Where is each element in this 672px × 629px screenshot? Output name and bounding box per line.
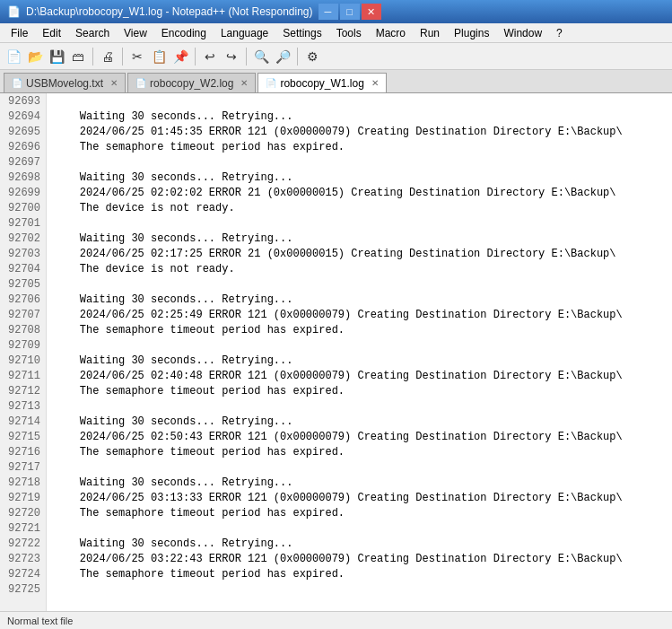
line-numbers: 9269392694926959269692697926989269992700… <box>0 93 47 611</box>
maximize-button[interactable]: □ <box>340 4 360 20</box>
line-content <box>54 277 672 293</box>
title-bar: 📄 D:\Backup\robocopy_W1.log - Notepad++ … <box>0 0 672 23</box>
menu-item-view[interactable]: View <box>117 25 154 41</box>
tab-label-tab1: USBMovelog.txt <box>26 77 103 90</box>
menu-item-language[interactable]: Language <box>214 25 275 41</box>
line-number: 92715 <box>5 430 40 445</box>
menu-item-macro[interactable]: Macro <box>369 25 413 41</box>
undo-button[interactable]: ↩ <box>200 47 220 66</box>
menu-item-file[interactable]: File <box>4 25 35 41</box>
line-number: 92702 <box>5 232 40 247</box>
toolbar-separator-3 <box>195 48 196 66</box>
line-content: Waiting 30 seconds... Retrying... <box>54 354 672 369</box>
tab-icon-tab3: 📄 <box>266 78 276 88</box>
line-number: 92708 <box>5 323 40 338</box>
tab-bar: 📄USBMovelog.txt✕📄robocopy_W2.log✕📄roboco… <box>0 70 672 93</box>
line-number: 92720 <box>5 506 40 521</box>
minimize-button[interactable]: ─ <box>319 4 338 20</box>
tab-close-tab2[interactable]: ✕ <box>240 78 248 88</box>
line-number: 92706 <box>5 293 40 308</box>
cut-button[interactable]: ✂ <box>127 47 147 66</box>
line-number: 92725 <box>5 582 40 598</box>
line-number: 92714 <box>5 415 40 430</box>
menu-item-plugins[interactable]: Plugins <box>447 25 496 41</box>
line-content: 2024/06/25 02:02:02 ERROR 21 (0x00000015… <box>54 186 672 201</box>
toolbar-separator-4 <box>246 48 247 66</box>
line-content: The semaphore timeout period has expired… <box>54 384 672 399</box>
menu-item-encoding[interactable]: Encoding <box>154 25 214 41</box>
line-content: The device is not ready. <box>54 201 672 216</box>
tab-tab3[interactable]: 📄robocopy_W1.log✕ <box>257 73 386 92</box>
toolbar-separator-2 <box>122 48 123 66</box>
line-content <box>54 521 672 537</box>
line-number: 92701 <box>5 216 40 232</box>
line-number: 92699 <box>5 186 40 201</box>
toolbar-separator-5 <box>297 48 298 66</box>
save-button[interactable]: 💾 <box>47 47 66 66</box>
line-content <box>54 399 672 415</box>
menu-item-tools[interactable]: Tools <box>329 25 369 41</box>
content-area[interactable]: Waiting 30 seconds... Retrying... 2024/0… <box>47 93 672 611</box>
line-content: 2024/06/25 01:45:35 ERROR 121 (0x0000007… <box>54 125 672 140</box>
tab-close-tab3[interactable]: ✕ <box>371 78 379 88</box>
line-number: 92693 <box>5 94 40 109</box>
line-content: 2024/06/25 03:22:43 ERROR 121 (0x0000007… <box>54 552 672 567</box>
new-button[interactable]: 📄 <box>4 47 23 66</box>
line-content: The semaphore timeout period has expired… <box>54 140 672 155</box>
line-number: 92721 <box>5 521 40 537</box>
copy-button[interactable]: 📋 <box>149 47 169 66</box>
tab-icon-tab1: 📄 <box>12 78 22 88</box>
line-content: The semaphore timeout period has expired… <box>54 445 672 460</box>
line-number: 92718 <box>5 476 40 491</box>
save-all-button[interactable]: 🗃 <box>68 47 88 66</box>
sync-button[interactable]: ⚙ <box>302 47 322 66</box>
menu-bar: FileEditSearchViewEncodingLanguageSettin… <box>0 23 672 43</box>
line-content: Waiting 30 seconds... Retrying... <box>54 232 672 247</box>
redo-button[interactable]: ↪ <box>222 47 241 66</box>
line-number: 92704 <box>5 262 40 277</box>
line-content <box>54 216 672 232</box>
line-content: Waiting 30 seconds... Retrying... <box>54 170 672 186</box>
open-button[interactable]: 📂 <box>25 47 45 66</box>
line-content <box>54 155 672 170</box>
app-icon: 📄 <box>7 5 21 18</box>
menu-item-?[interactable]: ? <box>549 25 570 41</box>
paste-button[interactable]: 📌 <box>170 47 190 66</box>
line-number: 92716 <box>5 445 40 460</box>
find-button[interactable]: 🔍 <box>251 47 271 66</box>
toolbar: 📄 📂 💾 🗃 🖨 ✂ 📋 📌 ↩ ↪ 🔍 🔎 ⚙ <box>0 43 672 70</box>
line-number: 92698 <box>5 170 40 186</box>
line-content: 2024/06/25 02:17:25 ERROR 21 (0x00000015… <box>54 247 672 262</box>
line-number: 92713 <box>5 399 40 415</box>
print-button[interactable]: 🖨 <box>98 47 118 66</box>
line-number: 92705 <box>5 277 40 293</box>
line-number: 92697 <box>5 155 40 170</box>
tab-close-tab1[interactable]: ✕ <box>110 78 118 88</box>
line-content <box>54 94 672 109</box>
line-number: 92694 <box>5 109 40 125</box>
line-content: 2024/06/25 02:25:49 ERROR 121 (0x0000007… <box>54 308 672 323</box>
tab-tab2[interactable]: 📄robocopy_W2.log✕ <box>127 73 256 92</box>
menu-item-settings[interactable]: Settings <box>275 25 328 41</box>
menu-item-window[interactable]: Window <box>496 25 549 41</box>
tab-tab1[interactable]: 📄USBMovelog.txt✕ <box>4 73 126 92</box>
line-number: 92724 <box>5 567 40 582</box>
line-number: 92719 <box>5 491 40 506</box>
line-number: 92712 <box>5 384 40 399</box>
close-button[interactable]: ✕ <box>362 4 381 20</box>
menu-item-search[interactable]: Search <box>68 25 117 41</box>
line-number: 92707 <box>5 308 40 323</box>
line-number: 92700 <box>5 201 40 216</box>
zoom-in-button[interactable]: 🔎 <box>273 47 292 66</box>
menu-item-run[interactable]: Run <box>413 25 447 41</box>
line-content: Waiting 30 seconds... Retrying... <box>54 109 672 125</box>
line-content: Waiting 30 seconds... Retrying... <box>54 476 672 491</box>
line-content: The semaphore timeout period has expired… <box>54 506 672 521</box>
toolbar-separator-1 <box>92 48 93 66</box>
window-controls: ─ □ ✕ <box>319 4 381 20</box>
line-content: 2024/06/25 03:13:33 ERROR 121 (0x0000007… <box>54 491 672 506</box>
line-content: The semaphore timeout period has expired… <box>54 323 672 338</box>
line-content <box>54 460 672 476</box>
menu-item-edit[interactable]: Edit <box>35 25 68 41</box>
title-text: D:\Backup\robocopy_W1.log - Notepad++ (N… <box>26 5 313 18</box>
